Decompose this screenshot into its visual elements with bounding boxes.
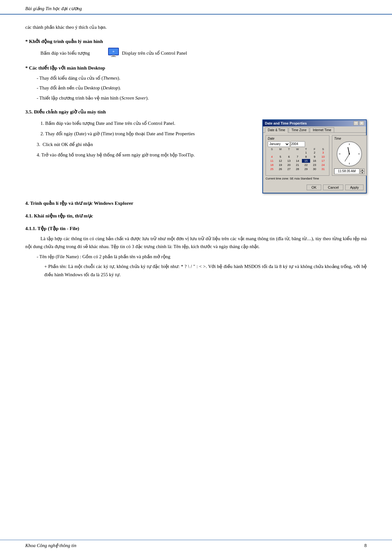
content: các thành phần khác theo ý thích của bạn… [0, 15, 392, 300]
step2: 2. Thay đổi ngày (Date) và giờ (Time) tr… [25, 130, 255, 138]
dialog-titlebar-buttons: ? ✕ [353, 121, 364, 125]
tab-time-zone[interactable]: Time Zone [289, 127, 309, 132]
intro-line: các thành phần khác theo ý thích của bạn… [25, 23, 367, 32]
year-input[interactable] [291, 141, 305, 147]
footer-page: 8 [364, 543, 367, 548]
cal-days: 1 2 3 4 5 6 7 8 9 1 [268, 151, 327, 171]
time-input-row: ▲ ▼ [334, 168, 364, 174]
tab-internet-time[interactable]: Internet Time [310, 127, 334, 132]
section1-heading: * Khởi động trình quản lý màn hình [25, 37, 367, 46]
dialog-titlebar: Date and Time Properties ? ✕ [263, 120, 366, 126]
bullet1-italic: Themes [103, 76, 118, 81]
step3: 3. Click nút OK để ghi nhận [25, 141, 255, 149]
footer-label: Khoa Công nghệ thông tin [25, 543, 77, 548]
cal-days-header: S M T W T F S [268, 148, 327, 151]
section411-bullet1: - Tên tệp (File Name) : Gồm có 2 phần là… [25, 253, 367, 261]
section1-text: Bấm đúp vào biểu tượng D Display trên cử… [25, 47, 367, 60]
time-down-btn[interactable]: ▼ [360, 171, 364, 174]
header-title: Bài giảng Tin học đại cương [25, 6, 82, 11]
section35-heading: 3.5. Điều chỉnh ngày giờ của máy tính [25, 108, 367, 116]
svg-point-4 [338, 143, 360, 165]
time-panel: Time [332, 135, 367, 176]
dialog-tabs: Date & Time Time Zone Internet Time [263, 126, 366, 133]
section2-heading: * Các thiết lập với màn hình Desktop [25, 64, 367, 72]
apply-button[interactable]: Apply [345, 185, 364, 190]
date-panel-title: Date [268, 137, 327, 140]
section411-heading: 4.1.1. Tệp (Tập tin - File) [25, 224, 367, 233]
section35-container: 3.5. Điều chỉnh ngày giờ của máy tính 1.… [25, 108, 367, 193]
dialog-row: Date January S M T [266, 135, 364, 176]
bullet1: - Thay đổi kiểu dáng của cửa sổ (Themes)… [25, 74, 367, 82]
bullet3: - Thiết lập chương trình bảo vệ màn hình… [25, 94, 367, 102]
date-time-dialog: Date and Time Properties ? ✕ Date & Time… [262, 119, 367, 193]
header: Bài giảng Tin học đại cương [0, 0, 392, 15]
cal-header-row: January [268, 141, 327, 147]
date-panel: Date January S M T [266, 135, 329, 176]
section35-layout: 1. Bấm đúp vào biểu tượng Date and Time … [25, 119, 367, 193]
section411-text1: Là tập hợp các thông tin có cùng bản chấ… [25, 235, 367, 251]
footer: Khoa Công nghệ thông tin 8 [0, 540, 392, 548]
section4-heading: 4. Trình quản lí tệp và thư mục Windows … [25, 199, 367, 207]
section35-text: 1. Bấm đúp vào biểu tượng Date and Time … [25, 119, 255, 161]
time-spinner: ▲ ▼ [360, 168, 364, 174]
dialog-help-btn[interactable]: ? [353, 121, 358, 125]
time-input[interactable] [334, 168, 359, 174]
dialog-buttons: OK Cancel Apply [263, 183, 366, 193]
month-select[interactable]: January [268, 141, 290, 147]
tab-date-time[interactable]: Date & Time [265, 127, 288, 133]
dialog-title: Date and Time Properties [265, 121, 307, 125]
bullet3-italic: Screen Saver [121, 95, 146, 100]
time-up-btn[interactable]: ▲ [360, 168, 364, 171]
svg-rect-1 [112, 55, 115, 56]
ok-button[interactable]: OK [307, 185, 321, 190]
step4: 4. Trở vào đồng hồ trong khay hệ thống đ… [25, 151, 255, 159]
section41-heading: 4.1. Khái niệm tệp tin, thư mục [25, 212, 367, 220]
svg-rect-2 [111, 56, 116, 57]
bullet2-italic: Desktop [103, 85, 118, 90]
cancel-button[interactable]: Cancel [323, 185, 343, 190]
page: Bài giảng Tin học đại cương các thành ph… [0, 0, 392, 554]
clock-face [337, 141, 362, 167]
step1: 1. Bấm đúp vào biểu tượng Date and Time … [25, 119, 255, 128]
clock-ticks [337, 142, 361, 166]
selected-day[interactable]: 15 [302, 159, 310, 163]
display-icon: D [93, 47, 119, 60]
section411-plus1: + Phần tên: Là một chuỗi các ký tự, khôn… [25, 263, 367, 279]
time-panel-title: Time [334, 137, 364, 140]
dialog-close-btn[interactable]: ✕ [359, 121, 364, 125]
dialog-body: Date January S M T [263, 133, 366, 183]
bullet2: - Thay đổi ảnh nền của Desktop (Desktop)… [25, 84, 367, 92]
timezone-row: Current time zone: SE Asia Standard Time [266, 177, 364, 180]
svg-text:D: D [113, 50, 114, 53]
